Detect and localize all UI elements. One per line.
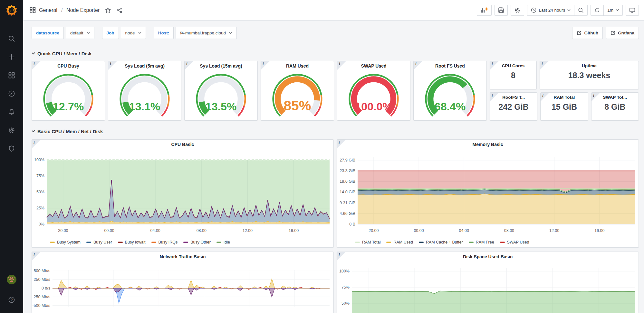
stat-value: 18.3 weeks: [540, 71, 639, 80]
panel-title[interactable]: SWAP Used: [337, 61, 410, 70]
legend-item-ram-cache-buffer[interactable]: RAM Cache + Buffer: [419, 240, 463, 244]
refresh-interval-picker[interactable]: 1m: [603, 5, 622, 15]
panel-title[interactable]: Uptime: [540, 63, 639, 68]
breadcrumb-section[interactable]: General: [39, 7, 57, 13]
panel-info-icon[interactable]: i: [185, 61, 193, 70]
legend-swatch: [355, 242, 360, 243]
create-add-icon[interactable]: [8, 53, 15, 60]
legend-item-idle[interactable]: Idle: [216, 240, 230, 244]
panel-title[interactable]: CPU Busy: [32, 61, 105, 70]
legend-item-busy-other[interactable]: Busy Other: [183, 240, 211, 244]
legend-swatch: [500, 242, 505, 243]
panel-info-icon[interactable]: i: [32, 61, 41, 70]
github-link-button[interactable]: Github: [572, 27, 603, 39]
stats-column: iCPU Cores8iUptime18.3 weeks iRootFS T..…: [490, 61, 639, 121]
panel-info-icon[interactable]: i: [414, 61, 422, 70]
panel-info-icon[interactable]: i: [32, 140, 41, 148]
row-basic-cpu-mem-net-disk[interactable]: Basic CPU / Mem / Net / Disk: [32, 128, 639, 135]
panel-info-icon[interactable]: i: [540, 61, 549, 70]
variable-value-dropdown[interactable]: node: [121, 27, 146, 39]
dashboards-icon[interactable]: [8, 72, 15, 79]
stat-value: 8: [490, 71, 536, 80]
panel-info-icon[interactable]: i: [337, 140, 346, 148]
cycle-view-mode-button[interactable]: [626, 5, 639, 16]
svg-text:12:00: 12:00: [549, 228, 559, 233]
disk-space-used-basic-chart[interactable]: 100%75%50%25%0%: [337, 261, 639, 313]
legend-item-busy-iowait[interactable]: Busy Iowait: [118, 240, 146, 244]
svg-text:4.66 GiB: 4.66 GiB: [340, 211, 355, 216]
refresh-button[interactable]: [591, 5, 603, 15]
section-title: Basic CPU / Mem / Net / Disk: [37, 129, 103, 134]
grafana-link-button[interactable]: Grafana: [606, 27, 639, 39]
breadcrumb: General / Node Exporter: [30, 7, 123, 14]
legend-item-ram-used[interactable]: RAM Used: [386, 240, 413, 244]
dashboard-settings-button[interactable]: [511, 5, 524, 16]
variable-value-dropdown[interactable]: f4-mumbai.frappe.cloud: [176, 27, 237, 39]
chevron-down-icon: [87, 32, 90, 34]
add-panel-button[interactable]: [477, 5, 492, 16]
svg-text:08:00: 08:00: [504, 228, 514, 233]
explore-compass-icon[interactable]: [8, 90, 15, 97]
memory-basic-chart[interactable]: 20:0000:0004:0008:0012:0016:000 B4.66 Gi…: [337, 149, 639, 237]
panel-info-icon[interactable]: i: [541, 93, 549, 101]
svg-text:100%: 100%: [34, 158, 44, 162]
panel-info-icon[interactable]: i: [490, 61, 499, 70]
help-icon[interactable]: ?: [8, 296, 15, 303]
server-admin-shield-icon[interactable]: [8, 145, 15, 152]
dashboard-grid-icon: [30, 7, 36, 13]
legend-item-swap-used[interactable]: SWAP Used: [500, 240, 529, 244]
legend-item-busy-irqs[interactable]: Busy IRQs: [151, 240, 178, 244]
panel-info-icon[interactable]: i: [261, 61, 270, 70]
panel-title[interactable]: CPU Basic: [32, 140, 333, 149]
stat-panel-uptime: iUptime18.3 weeks: [540, 61, 639, 89]
panel-info-icon[interactable]: i: [337, 61, 346, 70]
panel-info-icon[interactable]: i: [32, 252, 41, 261]
save-dashboard-button[interactable]: [495, 5, 508, 16]
share-icon[interactable]: [116, 7, 123, 14]
grafana-logo[interactable]: [5, 3, 19, 17]
svg-text:-500 Mb/s: -500 Mb/s: [32, 303, 50, 308]
legend-swatch: [216, 242, 221, 243]
panel-title[interactable]: Sys Load (15m avg): [185, 61, 257, 70]
top-navbar: General / Node Exporter La: [23, 0, 644, 21]
panel-info-icon[interactable]: i: [337, 252, 346, 261]
panel-title[interactable]: Root FS Used: [414, 61, 486, 70]
panel-info-icon[interactable]: i: [108, 61, 117, 70]
time-range-picker[interactable]: Last 24 hours: [527, 5, 574, 15]
zoom-out-time-button[interactable]: [574, 5, 587, 15]
user-avatar[interactable]: [6, 274, 17, 285]
panel-title[interactable]: Sys Load (5m avg): [108, 61, 181, 70]
panel-info-icon[interactable]: i: [490, 93, 499, 101]
network-traffic-basic-chart[interactable]: 500 Mb/s250 Mb/s0 b/s-250 Mb/s-500 Mb/s: [32, 261, 333, 313]
search-icon[interactable]: [8, 35, 15, 42]
alerting-bell-icon[interactable]: [8, 108, 15, 115]
svg-text:85%: 85%: [284, 98, 311, 113]
variable-value-dropdown[interactable]: default: [66, 27, 94, 39]
panel-title[interactable]: Disk Space Used Basic: [337, 252, 639, 261]
legend-swatch: [386, 242, 391, 243]
gauge: 12.7%: [32, 70, 105, 120]
panel-info-icon[interactable]: i: [591, 93, 600, 101]
legend-item-ram-free[interactable]: RAM Free: [469, 240, 494, 244]
refresh-group: 1m: [591, 5, 623, 16]
legend-item-busy-system[interactable]: Busy System: [50, 240, 81, 244]
svg-text:500 Mb/s: 500 Mb/s: [34, 269, 50, 273]
cpu-basic-chart[interactable]: 20:0000:0004:0008:0012:0016:000%25%50%75…: [32, 149, 333, 237]
svg-text:08:00: 08:00: [197, 228, 207, 233]
legend-item-ram-total[interactable]: RAM Total: [355, 240, 380, 244]
gauge-panel-sys-load-15m-avg-: iSys Load (15m avg)13.5%: [184, 61, 258, 121]
legend-item-busy-user[interactable]: Busy User: [86, 240, 112, 244]
panel-title[interactable]: Network Traffic Basic: [32, 252, 333, 261]
variable-label: datasource: [32, 27, 64, 39]
svg-text:14.0 GiB: 14.0 GiB: [340, 190, 355, 194]
variable-label: Job: [102, 27, 119, 39]
chart-legend: Busy SystemBusy UserBusy IowaitBusy IRQs…: [32, 237, 333, 247]
breadcrumb-page-title[interactable]: Node Exporter: [66, 7, 100, 13]
row-quick-cpu-mem-disk[interactable]: Quick CPU / Mem / Disk: [32, 50, 639, 57]
configuration-gear-icon[interactable]: [8, 127, 15, 134]
panel-title[interactable]: RAM Used: [261, 61, 334, 70]
star-favorite-icon[interactable]: [105, 7, 111, 14]
stat-panel-ram-total: iRAM Total15 GiB: [540, 92, 588, 121]
svg-text:75%: 75%: [36, 174, 44, 178]
panel-title[interactable]: Memory Basic: [337, 140, 639, 149]
